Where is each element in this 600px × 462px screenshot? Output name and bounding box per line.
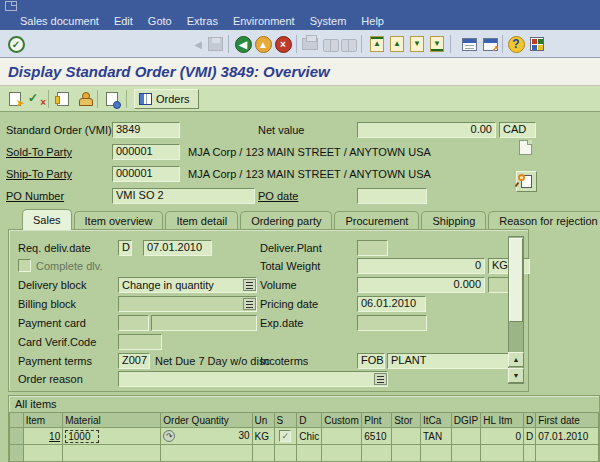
cell-item[interactable]: 10 <box>23 428 63 445</box>
payment-terms-field[interactable]: Z007 <box>118 353 150 369</box>
cell-itca[interactable]: TAN <box>421 428 452 445</box>
deliver-plant-field[interactable] <box>357 240 388 256</box>
po-number-label[interactable]: PO Number <box>6 188 64 204</box>
menu-goto[interactable]: Goto <box>148 15 172 27</box>
col-d2[interactable]: D <box>523 413 535 428</box>
tab-item-detail[interactable]: Item detail <box>165 211 238 230</box>
sold-to-party-field[interactable]: 000001 <box>112 144 180 160</box>
help-button[interactable]: ? <box>506 34 526 54</box>
currency-field[interactable]: CAD <box>499 122 536 138</box>
po-date-field[interactable] <box>357 188 427 204</box>
exp-date-field[interactable] <box>357 315 427 331</box>
incoterms-code-field[interactable]: FOB <box>357 353 385 369</box>
table-row-empty <box>10 445 599 462</box>
col-s[interactable]: S <box>274 413 297 428</box>
menu-system[interactable]: System <box>310 15 347 27</box>
sold-to-party-label[interactable]: Sold-To Party <box>6 144 72 160</box>
delivery-block-dropdown[interactable]: Change in quantity <box>118 277 257 293</box>
order-number-field[interactable]: 3849 <box>112 122 180 138</box>
cell-plnt[interactable]: 6510 <box>362 428 392 445</box>
status-overview-button[interactable]: ✓× <box>26 89 48 109</box>
display-document-flow-button[interactable]: ➤ <box>4 89 26 109</box>
cell-custom[interactable] <box>322 428 362 445</box>
pricing-date-field[interactable]: 06.01.2010 <box>357 296 426 312</box>
incoterms-text-field[interactable]: PLANT <box>387 353 512 369</box>
card-verif-code-field[interactable] <box>118 334 162 350</box>
display-document-button[interactable] <box>101 89 123 109</box>
row-selector[interactable] <box>10 445 24 462</box>
col-itca[interactable]: ItCa <box>421 413 452 428</box>
cell-d2[interactable]: D <box>523 428 535 445</box>
cell-un[interactable]: KG <box>252 428 274 445</box>
ship-to-party-label[interactable]: Ship-To Party <box>6 166 72 182</box>
col-un[interactable]: Un <box>252 413 274 428</box>
col-item[interactable]: Item <box>23 413 63 428</box>
cell-order-quantity[interactable]: ↷30 <box>161 428 252 445</box>
first-page-button[interactable]: ▲ <box>367 34 387 54</box>
col-d[interactable]: D <box>297 413 322 428</box>
enter-button[interactable]: ✓ <box>6 34 26 54</box>
col-dgip[interactable]: DGIP <box>451 413 480 428</box>
tab-reason-for-rejection[interactable]: Reason for rejection <box>488 211 600 230</box>
cell-s[interactable]: ✓ <box>274 428 297 445</box>
tab-shipping[interactable]: Shipping <box>421 211 486 230</box>
cell-d[interactable]: Chic <box>297 428 322 445</box>
col-stor[interactable]: Stor <box>392 413 421 428</box>
dropdown-list-icon[interactable] <box>374 373 387 385</box>
tab-ordering-party[interactable]: Ordering party <box>240 211 332 230</box>
quantity-proposal-icon[interactable]: ↷ <box>163 430 175 442</box>
order-reason-dropdown[interactable] <box>118 371 388 387</box>
row-selector[interactable] <box>10 428 24 445</box>
cell-material[interactable]: 1000 <box>63 428 161 445</box>
billing-block-dropdown[interactable] <box>118 296 257 312</box>
search-document-button[interactable] <box>516 171 537 192</box>
vertical-scrollbar[interactable]: ▲ ▼ <box>508 236 524 384</box>
tab-sales[interactable]: Sales <box>22 209 72 230</box>
menu-edit[interactable]: Edit <box>114 15 133 27</box>
previous-page-button[interactable]: ▲ <box>387 34 407 54</box>
checkbox-checked-icon[interactable]: ✓ <box>279 430 291 442</box>
scroll-down-button[interactable]: ▼ <box>508 368 524 383</box>
system-menu-icon[interactable] <box>5 1 17 11</box>
cell-first-date[interactable]: 07.01.2010 <box>536 428 599 445</box>
menu-sales-document[interactable]: Sales document <box>20 15 99 27</box>
scroll-up-button[interactable]: ▲ <box>508 352 524 367</box>
req-deliv-type-field[interactable]: D <box>118 240 132 256</box>
next-page-button[interactable]: ▼ <box>407 34 427 54</box>
exit-button[interactable]: ▲ <box>253 34 273 54</box>
menu-environment[interactable]: Environment <box>233 15 295 27</box>
customize-layout-button[interactable] <box>527 34 547 54</box>
tab-procurement[interactable]: Procurement <box>334 211 419 230</box>
scrollbar-thumb[interactable] <box>509 238 523 322</box>
create-text-button[interactable] <box>516 138 535 157</box>
cell-dgip[interactable] <box>451 428 480 445</box>
cancel-button[interactable]: × <box>273 34 293 54</box>
back-button[interactable]: ◀ <box>233 34 253 54</box>
dropdown-list-icon[interactable] <box>243 298 256 310</box>
col-hl-itm[interactable]: HL Itm <box>481 413 524 428</box>
col-first-date[interactable]: First date <box>536 413 599 428</box>
last-page-button[interactable]: ▼ <box>427 34 447 54</box>
col-custom[interactable]: Custom <box>322 413 362 428</box>
create-shortcut-button[interactable]: ↗ <box>480 34 500 54</box>
menu-help[interactable]: Help <box>361 15 384 27</box>
menu-extras[interactable]: Extras <box>187 15 218 27</box>
orders-button[interactable]: Orders <box>134 89 199 109</box>
new-session-button[interactable] <box>459 34 479 54</box>
po-number-field[interactable]: VMI SO 2 <box>112 188 255 204</box>
dropdown-list-icon[interactable] <box>243 279 256 291</box>
payment-card-type-field[interactable] <box>118 315 149 331</box>
req-deliv-date-field[interactable]: 07.01.2010 <box>143 240 212 256</box>
complete-delivery-checkbox[interactable] <box>18 259 31 272</box>
col-material[interactable]: Material <box>63 413 161 428</box>
tab-item-overview[interactable]: Item overview <box>74 211 164 230</box>
col-order-quantity[interactable]: Order Quantity <box>161 413 252 428</box>
po-date-label[interactable]: PO date <box>258 188 298 204</box>
cell-hl-itm[interactable]: 0 <box>481 428 524 445</box>
col-plnt[interactable]: Plnt <box>362 413 392 428</box>
display-header-details-button[interactable] <box>52 89 74 109</box>
cell-stor[interactable] <box>392 428 421 445</box>
ship-to-party-field[interactable]: 000001 <box>112 166 180 182</box>
payment-card-number-field[interactable] <box>151 315 257 331</box>
partners-button[interactable] <box>74 89 96 109</box>
